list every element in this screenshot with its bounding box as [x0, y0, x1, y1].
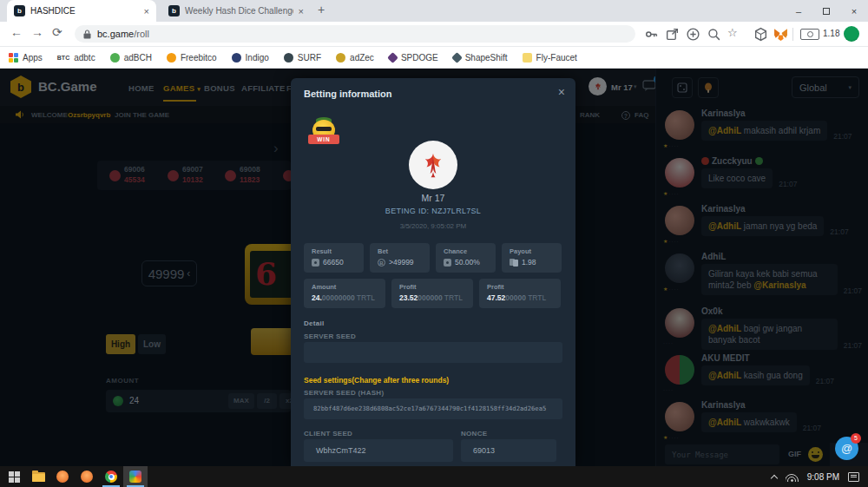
dice-icon	[312, 259, 319, 267]
apps-grid-icon	[9, 53, 18, 63]
taskbar-app-2[interactable]	[75, 466, 99, 487]
tab-hashdice[interactable]: b HASHDICE ×	[7, 0, 156, 22]
toolbar-divider	[792, 28, 793, 41]
amount-card: Amount 24.00000000 TRTL	[304, 279, 385, 308]
bookmark-apps[interactable]: Apps	[9, 53, 43, 63]
server-seed-input[interactable]	[304, 342, 562, 363]
tab-title: Weekly Hash Dice Challenge - Se	[185, 6, 293, 16]
metamask-icon[interactable]	[773, 27, 788, 42]
bookmark-surf[interactable]: SURF	[284, 53, 321, 63]
phoenix-avatar-icon	[416, 148, 450, 182]
tray-expand-icon[interactable]	[771, 474, 778, 481]
page-content: b BC.Game HOME GAMES ▾ BONUS AFFILIATE F…	[0, 69, 868, 466]
tab-close-icon[interactable]: ×	[144, 6, 149, 16]
plus-circle-icon[interactable]	[686, 27, 700, 42]
bookmark-freebitco[interactable]: Freebitco	[167, 53, 217, 63]
key-icon[interactable]	[644, 27, 659, 42]
client-seed-input[interactable]: WbhzCmT422	[304, 439, 453, 462]
nonce-input[interactable]: 69013	[461, 439, 556, 462]
modal-close-icon[interactable]: ×	[558, 85, 565, 99]
spdoge-icon	[387, 52, 398, 63]
extension-badge: 1.18	[823, 29, 839, 38]
shapeshift-fox-icon	[451, 52, 463, 63]
extension-cube-icon[interactable]	[753, 27, 768, 42]
bet-datetime: 3/5/2020, 9:05:02 PM	[291, 222, 575, 230]
url-path: /roll	[134, 29, 149, 39]
stat-bet: Bet B>49999	[370, 243, 430, 273]
btc-text-icon: BTC	[57, 55, 69, 61]
bookmarks-bar: Apps BTC adbtc adBCH Freebitco Indigo SU…	[0, 47, 868, 69]
stat-chance: Chance 50.00%	[436, 243, 496, 273]
bookmark-adzec[interactable]: adZec	[336, 53, 374, 63]
nonce-label: NONCE	[461, 430, 487, 438]
action-center-icon[interactable]	[848, 472, 859, 482]
cards-icon	[510, 259, 518, 267]
taskbar-clock[interactable]: 9:08 PM	[807, 472, 839, 482]
lock-icon	[83, 30, 91, 39]
app-icon	[129, 471, 141, 483]
mention-count-badge: 5	[851, 433, 861, 444]
bookmark-spdoge[interactable]: SPDOGE	[389, 53, 438, 63]
tab-close-icon[interactable]: ×	[299, 6, 304, 16]
win-ribbon: WIN	[308, 135, 339, 144]
bcgame-favicon: b	[168, 5, 180, 16]
bookmark-indigo[interactable]: Indigo	[232, 53, 269, 63]
detail-label: Detail	[304, 319, 325, 327]
bookmark-shapeshift[interactable]: ShapeShift	[453, 53, 508, 63]
player-name: Mr 17	[291, 193, 575, 203]
currency-extension-icon[interactable]	[800, 29, 819, 40]
bookmark-star-icon[interactable]: ☆	[727, 26, 738, 39]
new-tab-button[interactable]: +	[318, 3, 325, 16]
file-explorer-button[interactable]	[26, 466, 50, 487]
bookmark-adbch[interactable]: adBCH	[110, 53, 152, 63]
back-icon[interactable]: ←	[10, 25, 23, 39]
stat-payout: Payout 1.98	[502, 243, 562, 273]
win-badge: WIN	[311, 120, 337, 146]
share-icon[interactable]	[665, 27, 680, 42]
maximize-icon	[823, 8, 830, 15]
server-seed-hash-input[interactable]: 82bbf487d6ee238d6808ac52ce17a6767344790c…	[304, 398, 562, 419]
window-close-button[interactable]: ×	[840, 0, 868, 22]
screen: b HASHDICE × b Weekly Hash Dice Challeng…	[0, 0, 868, 487]
tab-challenge[interactable]: b Weekly Hash Dice Challenge - Se ×	[161, 0, 311, 22]
mentions-float-button[interactable]: @ 5	[835, 437, 858, 460]
active-app-button[interactable]	[123, 466, 148, 487]
profit-card: Profit 23.52000000 TRTL	[391, 279, 473, 308]
bookmark-adbtc[interactable]: BTC adbtc	[57, 53, 95, 63]
browser-toolbar: ← → ⟳ bc.game/roll ☆ 1.18	[0, 22, 868, 47]
windows-taskbar: 9:08 PM	[0, 466, 868, 487]
seed-settings-heading: Seed settings(Change after three rounds)	[304, 376, 449, 385]
taskbar-app-1[interactable]	[50, 466, 75, 487]
tab-title: HASHDICE	[30, 6, 139, 16]
client-seed-value: WbhzCmT422	[304, 439, 453, 462]
maximize-button[interactable]	[812, 0, 840, 22]
folder-icon	[32, 472, 45, 482]
surf-icon	[284, 53, 293, 63]
client-seed-label: CLIENT SEED	[304, 430, 352, 438]
server-seed-hash-label: SERVER SEED (HASH)	[304, 389, 384, 397]
forward-icon[interactable]: →	[31, 25, 43, 39]
tab-strip: b HASHDICE × b Weekly Hash Dice Challeng…	[0, 0, 868, 22]
stat-result: Result 66650	[304, 243, 364, 273]
nonce-value: 69013	[461, 439, 556, 462]
player-avatar	[409, 141, 457, 189]
zoom-search-icon[interactable]	[707, 27, 721, 42]
flyfaucet-icon	[523, 53, 532, 63]
start-button[interactable]	[2, 466, 26, 487]
profile-avatar[interactable]	[844, 26, 859, 42]
system-tray: 9:08 PM	[772, 466, 868, 487]
url-bar[interactable]: bc.game/roll	[75, 25, 635, 43]
wifi-icon[interactable]	[786, 472, 799, 482]
url-host: bc.game	[97, 29, 134, 39]
adbch-icon	[110, 53, 120, 63]
bookmark-flyfaucet[interactable]: Fly-Faucet	[523, 53, 577, 63]
windows-logo-icon	[9, 471, 20, 483]
chrome-taskbar-button[interactable]	[99, 466, 123, 487]
modal-title: Betting information	[304, 89, 391, 99]
minimize-button[interactable]: –	[785, 0, 812, 22]
indigo-icon	[232, 53, 241, 63]
freebitco-icon	[167, 53, 176, 63]
amounts-row: Amount 24.00000000 TRTL Profit 23.520000…	[304, 279, 561, 308]
refresh-icon[interactable]: ⟳	[52, 25, 62, 39]
coin-icon: B	[378, 259, 385, 267]
